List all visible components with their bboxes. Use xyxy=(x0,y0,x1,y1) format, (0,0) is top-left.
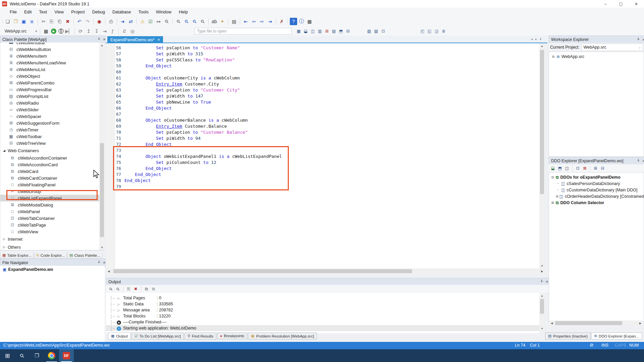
file-navigator-item[interactable]: ▣ ExpandPanelDemo.wo xyxy=(0,266,105,273)
scroll-thumb[interactable] xyxy=(100,143,104,237)
scroll-up-icon[interactable]: ▲ xyxy=(539,43,545,49)
code-line-57[interactable]: 57 Set piWidth to 315 xyxy=(106,51,539,57)
delete-icon[interactable]: ✖ xyxy=(64,18,71,25)
panel-o-icon[interactable]: ≣ xyxy=(440,28,447,35)
bottom-tab-breakpoints[interactable]: ●Breakpoints xyxy=(217,333,247,339)
close-icon[interactable]: ✕ xyxy=(641,158,644,164)
expand-icon[interactable]: ⊞ xyxy=(556,194,558,198)
palette-item-cwebtabcontainer[interactable]: ⊡cWebTabContainer xyxy=(0,215,100,222)
scroll-up-icon[interactable]: ▲ xyxy=(99,43,105,48)
code-line-62[interactable]: 62 Entry_Item Customer.City xyxy=(106,81,539,87)
palette-item-cwebmenubutton[interactable]: ⊟cWebMenuButton xyxy=(0,46,100,53)
panel-h-icon[interactable]: ⊟ xyxy=(345,28,351,35)
code-line-70[interactable]: 70 Set psCaption to "Customer Balance" xyxy=(106,129,539,135)
bottom-tab-to-do-list-webapp-src[interactable]: ☑To Do List [WebApp.src] xyxy=(131,333,184,340)
step-icon[interactable]: ▶▏ xyxy=(65,27,72,35)
class-palette-scrollbar[interactable]: ▲ ▼ xyxy=(99,43,105,250)
editor-tab[interactable]: ExpandPanelDemo.wo* ✕ xyxy=(107,36,163,43)
code-line-78[interactable]: 78End_Object xyxy=(106,178,539,184)
palette-tab-code-explor[interactable]: ⊟Code Explor... xyxy=(34,252,67,258)
palette-item-cwebcard[interactable]: ⧉cWebCard xyxy=(0,168,100,175)
nav-back-icon[interactable]: ⇦ xyxy=(250,18,258,25)
editor-vscrollbar[interactable]: ▲ ▼ xyxy=(539,43,545,268)
ddo-collapse-icon[interactable]: ⊟ xyxy=(599,165,606,172)
nav-last-icon[interactable]: ⇥ xyxy=(266,18,274,25)
tab-scroll-right-icon[interactable]: ▸ xyxy=(535,37,537,41)
palette-tab-class-palette[interactable]: ▤Class Palette... xyxy=(67,252,103,258)
code-line-58[interactable]: 58 Set psCSSClass to "RowCaption" xyxy=(106,57,539,63)
step-down-icon[interactable]: ↧ xyxy=(93,27,100,35)
right-tab-properties-inactive[interactable]: ▤Properties (Inactive) xyxy=(545,333,591,340)
scroll-right-icon[interactable]: ▶ xyxy=(539,268,545,274)
output-vscrollbar[interactable]: ▲ ▼ xyxy=(539,293,545,331)
palette-item-cwebspacer[interactable]: ┄cWebSpacer xyxy=(0,113,100,120)
code-editor[interactable]: 56 Set psCaption to "Customer Name"57 Se… xyxy=(106,43,539,268)
expand-icon[interactable]: ⊞ xyxy=(550,200,555,205)
panel-l-icon[interactable]: ◰ xyxy=(419,28,426,35)
palette-item-cwebprogressbar[interactable]: ▭cWebProgressBar xyxy=(0,86,100,93)
redo-icon[interactable]: ↷ xyxy=(84,18,91,25)
current-project-select[interactable]: WebApp.src ⌄ xyxy=(582,44,643,51)
ddo-view-icon[interactable]: ◫ xyxy=(564,165,570,172)
menu-project[interactable]: Project xyxy=(67,8,88,15)
palette-item-cwebtreeview[interactable]: ⊟cWebTreeView xyxy=(0,140,100,146)
close-button[interactable]: ✕ xyxy=(629,0,644,8)
scroll-left-icon[interactable]: ◀ xyxy=(106,268,111,274)
palette-item-cwebmenuitemloadview[interactable]: ≣cWebMenuItemLoadView xyxy=(0,59,100,66)
tab-scroll-left-icon[interactable]: ◂ xyxy=(531,37,533,41)
palette-group-web-containers[interactable]: ◢Web Containers xyxy=(0,146,100,155)
menu-view[interactable]: View xyxy=(51,8,67,15)
code-line-79[interactable]: 79 xyxy=(106,184,539,190)
palette-item-cwebtabpage[interactable]: ⊡cWebTabPage xyxy=(0,222,100,228)
palette-item-cwebgroup[interactable]: ⌐cWebGroup xyxy=(0,188,100,195)
panel-b-icon[interactable]: ⬓ xyxy=(303,28,309,35)
editor-hscrollbar[interactable]: ◀ ▶ xyxy=(106,268,545,274)
panel-k-icon[interactable]: ⊡ xyxy=(380,28,386,35)
run-to-icon[interactable]: ⇥ xyxy=(101,27,108,35)
nav-fwd-icon[interactable]: ⇨ xyxy=(258,18,266,25)
undo-icon[interactable]: ↶ xyxy=(76,18,83,25)
minimize-button[interactable]: – xyxy=(598,0,613,8)
panel-g-icon[interactable]: ⬒ xyxy=(338,28,344,35)
run-icon[interactable]: ▶ xyxy=(51,28,56,34)
ddo-add-icon[interactable]: ⬓ xyxy=(550,165,556,172)
help-icon[interactable]: ? xyxy=(290,18,297,25)
out-copy-all-icon[interactable]: ⧉ xyxy=(143,286,150,292)
pin-icon[interactable]: ┸ xyxy=(96,260,102,265)
pause-icon[interactable]: ❚❚ xyxy=(58,28,64,34)
panel-e-icon[interactable]: ⊞ xyxy=(324,28,330,35)
panel-c-icon[interactable]: ◫ xyxy=(310,28,316,35)
find-file-icon[interactable]: ⚲ xyxy=(161,16,172,26)
cut-icon[interactable]: ✂ xyxy=(40,18,47,25)
scroll-thumb[interactable] xyxy=(113,269,412,273)
out-copy-icon[interactable]: ⎘ xyxy=(125,286,132,292)
ddo-delete-icon[interactable]: ⊠ xyxy=(582,165,588,172)
palette-item-cwebtimer[interactable]: ◷cWebTimer xyxy=(0,126,100,133)
palette-item-cwebparentcombo[interactable]: ⊞cWebParentCombo xyxy=(0,79,100,86)
scroll-down-icon[interactable]: ▼ xyxy=(539,263,545,268)
code-line-67[interactable]: 67 xyxy=(106,111,539,117)
step-up-icon[interactable]: ↥ xyxy=(85,27,92,35)
stop-icon[interactable]: ◎ xyxy=(129,27,136,35)
palette-item-cweblistexpandpanel[interactable]: □cWebListExpandPanel xyxy=(0,195,100,201)
code-line-73[interactable]: 73 xyxy=(106,147,539,154)
code-line-61[interactable]: 61 Object oCustomerCity is a cWebColumn xyxy=(106,75,539,81)
tab-list-icon[interactable]: ▾ xyxy=(540,37,541,41)
save-icon[interactable]: ▣ xyxy=(20,18,28,25)
export-icon[interactable]: ↦ xyxy=(155,18,162,25)
menu-text[interactable]: Text xyxy=(35,8,51,15)
file-open-input[interactable] xyxy=(195,28,292,35)
close-icon[interactable]: ✕ xyxy=(641,37,644,42)
bottom-tab-output[interactable]: ▦Output xyxy=(108,333,131,340)
pin-icon[interactable]: ┸ xyxy=(636,158,641,164)
palette-group-internet[interactable]: ▷Internet xyxy=(0,235,100,243)
right-tab-ddo-explorer-expan[interactable]: ⧉DDO Explorer [Expan... xyxy=(591,333,642,340)
bottom-tab-find-results[interactable]: ⚲Find Results xyxy=(184,333,216,340)
expand-icon[interactable]: ┄ xyxy=(556,188,560,192)
panel-j-icon[interactable]: ▨ xyxy=(373,28,379,35)
save-all-icon[interactable]: ⧈ xyxy=(28,18,36,25)
pin-icon[interactable]: ┸ xyxy=(96,37,102,42)
code-line-59[interactable]: 59 End_Object xyxy=(106,63,539,69)
scroll-thumb[interactable] xyxy=(540,299,544,314)
fx-icon[interactable]: ƒ xyxy=(109,27,116,35)
